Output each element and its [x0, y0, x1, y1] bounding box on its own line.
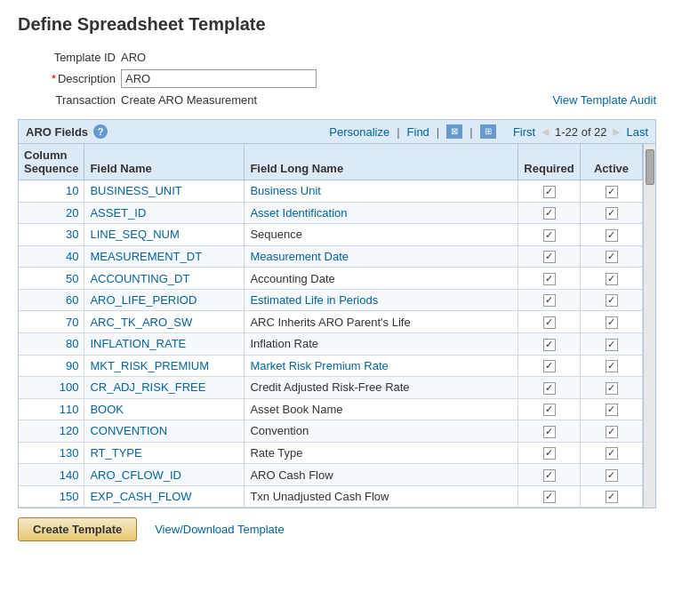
required-checkbox[interactable]	[543, 339, 556, 351]
field-name-cell[interactable]: ARC_TK_ARO_SW	[84, 311, 245, 333]
personalize-link[interactable]: Personalize	[329, 125, 389, 139]
field-name-cell[interactable]: INFLATION_RATE	[84, 332, 245, 355]
active-cell[interactable]	[581, 398, 643, 420]
table-row[interactable]: 40	[19, 245, 84, 268]
required-checkbox[interactable]	[543, 316, 556, 329]
required-cell[interactable]	[518, 224, 581, 246]
table-row[interactable]: 70	[19, 311, 84, 333]
active-cell[interactable]	[581, 311, 643, 333]
view-icon-button[interactable]: ⊠	[446, 124, 462, 139]
field-name-cell[interactable]: LINE_SEQ_NUM	[84, 224, 245, 246]
field-name-cell[interactable]: BOOK	[84, 398, 245, 420]
required-cell[interactable]	[518, 180, 581, 203]
table-row[interactable]: 130	[19, 442, 84, 464]
field-name-cell[interactable]: BUSINESS_UNIT	[84, 180, 245, 203]
active-cell[interactable]	[581, 245, 643, 268]
required-cell[interactable]	[518, 377, 581, 399]
active-checkbox[interactable]	[606, 339, 618, 351]
scroll-thumb[interactable]	[646, 149, 654, 185]
active-checkbox[interactable]	[606, 251, 618, 263]
active-cell[interactable]	[581, 268, 643, 290]
active-cell[interactable]	[581, 224, 643, 246]
active-checkbox[interactable]	[606, 229, 618, 242]
active-cell[interactable]	[581, 442, 643, 464]
first-label[interactable]: First	[513, 125, 535, 139]
field-name-cell[interactable]: ARO_CFLOW_ID	[84, 464, 245, 486]
table-row[interactable]: 20	[19, 202, 84, 224]
table-row[interactable]: 90	[19, 355, 84, 377]
active-checkbox[interactable]	[606, 491, 618, 503]
field-name-cell[interactable]: EXP_CASH_FLOW	[84, 485, 245, 508]
active-cell[interactable]	[581, 355, 643, 377]
active-checkbox[interactable]	[606, 294, 618, 307]
table-row[interactable]: 150	[19, 485, 84, 508]
field-name-cell[interactable]: MEASUREMENT_DT	[84, 245, 245, 268]
view-download-template-link[interactable]: View/Download Template	[155, 523, 285, 536]
table-row[interactable]: 10	[19, 180, 84, 203]
required-checkbox[interactable]	[543, 426, 556, 438]
required-checkbox[interactable]	[543, 229, 556, 242]
required-cell[interactable]	[518, 268, 581, 290]
required-cell[interactable]	[518, 420, 581, 443]
required-checkbox[interactable]	[543, 207, 556, 220]
active-cell[interactable]	[581, 289, 643, 311]
table-icon-button[interactable]: ⊞	[480, 124, 496, 139]
table-row[interactable]: 110	[19, 398, 84, 420]
required-cell[interactable]	[518, 355, 581, 377]
required-checkbox[interactable]	[543, 186, 556, 198]
view-template-audit-link[interactable]: View Template Audit	[552, 93, 656, 107]
active-checkbox[interactable]	[606, 382, 618, 395]
required-cell[interactable]	[518, 311, 581, 333]
active-checkbox[interactable]	[606, 273, 618, 285]
active-checkbox[interactable]	[606, 316, 618, 329]
required-checkbox[interactable]	[543, 404, 556, 416]
required-checkbox[interactable]	[543, 469, 556, 482]
active-cell[interactable]	[581, 485, 643, 508]
table-row[interactable]: 50	[19, 268, 84, 290]
active-cell[interactable]	[581, 202, 643, 224]
next-arrow[interactable]: ►	[611, 124, 623, 139]
active-checkbox[interactable]	[606, 207, 618, 220]
required-checkbox[interactable]	[543, 273, 556, 285]
active-checkbox[interactable]	[606, 426, 618, 438]
active-cell[interactable]	[581, 377, 643, 399]
field-name-cell[interactable]: ACCOUNTING_DT	[84, 268, 245, 290]
required-cell[interactable]	[518, 485, 581, 508]
table-row[interactable]: 30	[19, 224, 84, 246]
required-cell[interactable]	[518, 442, 581, 464]
field-name-cell[interactable]: RT_TYPE	[84, 442, 245, 464]
active-checkbox[interactable]	[606, 447, 618, 460]
active-cell[interactable]	[581, 332, 643, 355]
table-row[interactable]: 80	[19, 332, 84, 355]
required-checkbox[interactable]	[543, 491, 556, 503]
active-cell[interactable]	[581, 420, 643, 443]
required-checkbox[interactable]	[543, 251, 556, 263]
find-link[interactable]: Find	[407, 125, 429, 139]
help-icon[interactable]: ?	[93, 124, 108, 139]
required-cell[interactable]	[518, 289, 581, 311]
active-cell[interactable]	[581, 464, 643, 486]
field-name-cell[interactable]: CR_ADJ_RISK_FREE	[84, 377, 245, 399]
active-checkbox[interactable]	[606, 469, 618, 482]
create-template-button[interactable]: Create Template	[18, 517, 137, 541]
table-row[interactable]: 100	[19, 377, 84, 399]
table-row[interactable]: 140	[19, 464, 84, 486]
field-name-cell[interactable]: CONVENTION	[84, 420, 245, 443]
active-checkbox[interactable]	[606, 360, 618, 372]
scrollbar[interactable]	[643, 144, 655, 508]
required-cell[interactable]	[518, 398, 581, 420]
required-cell[interactable]	[518, 464, 581, 486]
required-cell[interactable]	[518, 245, 581, 268]
description-input[interactable]	[121, 69, 317, 88]
active-checkbox[interactable]	[606, 404, 618, 416]
required-checkbox[interactable]	[543, 382, 556, 395]
required-cell[interactable]	[518, 332, 581, 355]
table-row[interactable]: 120	[19, 420, 84, 443]
prev-arrow[interactable]: ◄	[539, 124, 551, 139]
field-name-cell[interactable]: MKT_RISK_PREMIUM	[84, 355, 245, 377]
last-label[interactable]: Last	[626, 125, 648, 139]
field-name-cell[interactable]: ASSET_ID	[84, 202, 245, 224]
field-name-cell[interactable]: ARO_LIFE_PERIOD	[84, 289, 245, 311]
active-checkbox[interactable]	[606, 186, 618, 198]
required-checkbox[interactable]	[543, 447, 556, 460]
